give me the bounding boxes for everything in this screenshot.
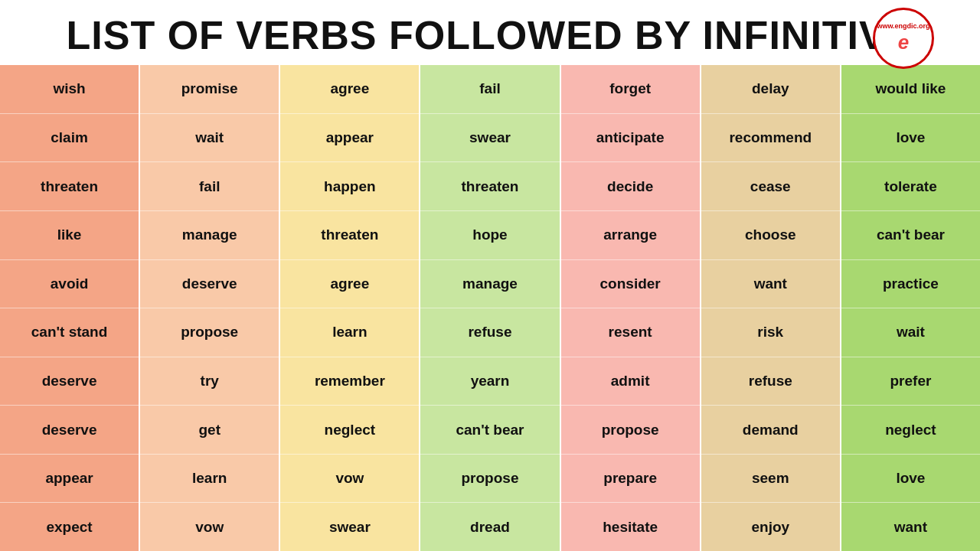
column-col7: would likelovetoleratecan't bearpractice… — [841, 65, 980, 551]
cell-col6-7: demand — [701, 406, 840, 455]
cell-col4-7: can't bear — [420, 406, 559, 455]
cell-col3-1: appear — [280, 114, 419, 163]
cell-col2-6: try — [140, 357, 279, 406]
cell-col3-2: happen — [280, 162, 419, 211]
column-col1: wishclaimthreatenlikeavoidcan't standdes… — [0, 65, 140, 551]
cell-col3-6: remember — [280, 357, 419, 406]
cell-col1-0: wish — [0, 65, 139, 114]
cell-col1-3: like — [0, 211, 139, 260]
cell-col7-1: love — [841, 114, 980, 163]
page-wrapper: LIST OF VERBS FOLLOWED BY INFINITIVE www… — [0, 0, 980, 551]
cell-col6-9: enjoy — [701, 503, 840, 551]
cell-col2-0: promise — [140, 65, 279, 114]
cell-col6-4: want — [701, 260, 840, 309]
cell-col5-5: resent — [561, 308, 700, 357]
cell-col4-6: yearn — [420, 357, 559, 406]
cell-col7-6: prefer — [841, 357, 980, 406]
cell-col4-3: hope — [420, 211, 559, 260]
cell-col1-8: appear — [0, 455, 139, 504]
cell-col1-5: can't stand — [0, 308, 139, 357]
cell-col6-3: choose — [701, 211, 840, 260]
cell-col6-8: seem — [701, 455, 840, 504]
cell-col5-9: hesitate — [561, 503, 700, 551]
cell-col5-1: anticipate — [561, 114, 700, 163]
cell-col4-8: propose — [420, 455, 559, 504]
cell-col5-8: prepare — [561, 455, 700, 504]
cell-col5-2: decide — [561, 162, 700, 211]
cell-col2-1: wait — [140, 114, 279, 163]
cell-col4-0: fail — [420, 65, 559, 114]
logo-badge: www.engdic.org e — [873, 8, 934, 69]
cell-col6-2: cease — [701, 162, 840, 211]
cell-col4-1: swear — [420, 114, 559, 163]
page-header: LIST OF VERBS FOLLOWED BY INFINITIVE www… — [0, 0, 980, 65]
cell-col2-9: vow — [140, 503, 279, 551]
cell-col4-4: manage — [420, 260, 559, 309]
cell-col7-8: love — [841, 455, 980, 504]
cell-col4-2: threaten — [420, 162, 559, 211]
cell-col1-2: threaten — [0, 162, 139, 211]
cell-col4-9: dread — [420, 503, 559, 551]
cell-col7-5: wait — [841, 308, 980, 357]
cell-col7-0: would like — [841, 65, 980, 114]
cell-col3-5: learn — [280, 308, 419, 357]
cell-col1-9: expect — [0, 503, 139, 551]
cell-col1-4: avoid — [0, 260, 139, 309]
logo-url: www.engdic.org — [877, 22, 929, 31]
cell-col1-1: claim — [0, 114, 139, 163]
cell-col6-0: delay — [701, 65, 840, 114]
cell-col5-7: propose — [561, 406, 700, 455]
cell-col3-9: swear — [280, 503, 419, 551]
cell-col5-4: consider — [561, 260, 700, 309]
cell-col4-5: refuse — [420, 308, 559, 357]
column-col6: delayrecommendceasechoosewantriskrefused… — [701, 65, 841, 551]
cell-col7-4: practice — [841, 260, 980, 309]
cell-col6-5: risk — [701, 308, 840, 357]
cell-col3-4: agree — [280, 260, 419, 309]
column-col2: promisewaitfailmanagedeserveproposetryge… — [140, 65, 280, 551]
cell-col1-6: deserve — [0, 357, 139, 406]
cell-col3-3: threaten — [280, 211, 419, 260]
cell-col3-7: neglect — [280, 406, 419, 455]
cell-col2-4: deserve — [140, 260, 279, 309]
logo-icon: e — [898, 31, 909, 54]
cell-col7-9: want — [841, 503, 980, 551]
cell-col2-2: fail — [140, 162, 279, 211]
cell-col7-2: tolerate — [841, 162, 980, 211]
cell-col7-3: can't bear — [841, 211, 980, 260]
column-col3: agreeappearhappenthreatenagreelearnremem… — [280, 65, 420, 551]
verb-table: wishclaimthreatenlikeavoidcan't standdes… — [0, 65, 980, 551]
page-title: LIST OF VERBS FOLLOWED BY INFINITIVE — [8, 14, 972, 57]
cell-col2-3: manage — [140, 211, 279, 260]
cell-col3-0: agree — [280, 65, 419, 114]
cell-col2-7: get — [140, 406, 279, 455]
column-col5: forgetanticipatedecidearrangeconsiderres… — [561, 65, 701, 551]
cell-col2-8: learn — [140, 455, 279, 504]
cell-col2-5: propose — [140, 308, 279, 357]
cell-col5-0: forget — [561, 65, 700, 114]
cell-col6-1: recommend — [701, 114, 840, 163]
cell-col5-3: arrange — [561, 211, 700, 260]
cell-col6-6: refuse — [701, 357, 840, 406]
cell-col3-8: vow — [280, 455, 419, 504]
cell-col7-7: neglect — [841, 406, 980, 455]
cell-col5-6: admit — [561, 357, 700, 406]
column-col4: failswearthreatenhopemanagerefuseyearnca… — [420, 65, 560, 551]
cell-col1-7: deserve — [0, 406, 139, 455]
